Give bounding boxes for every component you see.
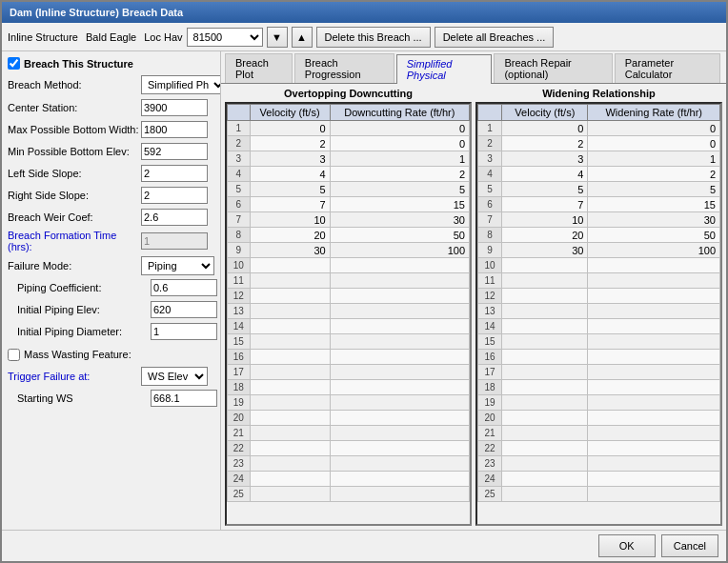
rate-cell[interactable]: 100 — [330, 243, 469, 258]
overtopping-table-wrapper[interactable]: Velocity (ft/s) Downcutting Rate (ft/hr)… — [225, 102, 472, 526]
table-row[interactable]: 82050 — [228, 228, 470, 243]
widening-rate-cell[interactable] — [588, 395, 720, 411]
widening-rate-cell[interactable] — [588, 365, 720, 380]
table-row[interactable]: 13 — [478, 304, 720, 319]
center-station-input[interactable] — [141, 99, 208, 116]
rate-cell[interactable] — [330, 273, 469, 289]
velocity-cell[interactable] — [250, 304, 330, 319]
velocity-cell[interactable] — [250, 426, 330, 441]
table-row[interactable]: 14 — [478, 319, 720, 334]
velocity-cell[interactable]: 30 — [250, 243, 330, 258]
velocity-cell[interactable] — [502, 273, 588, 289]
widening-rate-cell[interactable] — [588, 334, 720, 350]
velocity-cell[interactable] — [250, 289, 330, 304]
breach-checkbox[interactable] — [8, 57, 20, 70]
velocity-cell[interactable] — [250, 456, 330, 472]
velocity-cell[interactable]: 0 — [502, 121, 588, 136]
table-row[interactable]: 220 — [228, 136, 470, 151]
table-row[interactable]: 71030 — [478, 212, 720, 228]
table-row[interactable]: 6715 — [228, 197, 470, 212]
table-row[interactable]: 16 — [478, 350, 720, 365]
table-row[interactable]: 82050 — [478, 228, 720, 243]
velocity-cell[interactable] — [250, 472, 330, 487]
rate-cell[interactable]: 30 — [330, 212, 469, 228]
velocity-cell[interactable]: 10 — [250, 212, 330, 228]
rate-cell[interactable]: 50 — [330, 228, 469, 243]
velocity-cell[interactable]: 3 — [502, 151, 588, 167]
table-row[interactable]: 442 — [478, 167, 720, 182]
rate-cell[interactable] — [330, 395, 469, 411]
rate-cell[interactable] — [330, 258, 469, 273]
velocity-cell[interactable] — [250, 258, 330, 273]
weir-coef-input[interactable] — [141, 209, 208, 226]
widening-rate-cell[interactable]: 100 — [588, 243, 720, 258]
piping-coeff-input[interactable] — [151, 279, 217, 296]
table-row[interactable]: 12 — [228, 289, 470, 304]
mass-wasting-checkbox[interactable] — [8, 349, 20, 361]
velocity-cell[interactable] — [250, 395, 330, 411]
rate-cell[interactable] — [330, 456, 469, 472]
ok-button[interactable]: OK — [598, 534, 656, 557]
table-row[interactable]: 20 — [228, 411, 470, 426]
rate-cell[interactable] — [330, 441, 469, 456]
rate-cell[interactable]: 2 — [330, 167, 469, 182]
max-bottom-width-input[interactable] — [141, 121, 208, 138]
table-row[interactable]: 24 — [478, 472, 720, 487]
tab-breach-plot[interactable]: Breach Plot — [225, 53, 293, 83]
velocity-cell[interactable] — [502, 380, 588, 395]
velocity-cell[interactable] — [502, 441, 588, 456]
table-row[interactable]: 25 — [478, 487, 720, 502]
widening-rate-cell[interactable] — [588, 456, 720, 472]
right-side-slope-input[interactable] — [141, 187, 208, 204]
table-row[interactable]: 21 — [228, 426, 470, 441]
widening-rate-cell[interactable] — [588, 426, 720, 441]
table-row[interactable]: 442 — [228, 167, 470, 182]
velocity-cell[interactable]: 7 — [502, 197, 588, 212]
widening-rate-cell[interactable]: 15 — [588, 197, 720, 212]
velocity-cell[interactable] — [502, 258, 588, 273]
widening-rate-cell[interactable] — [588, 289, 720, 304]
velocity-cell[interactable]: 2 — [250, 136, 330, 151]
velocity-cell[interactable]: 5 — [250, 182, 330, 197]
table-row[interactable]: 17 — [228, 365, 470, 380]
rate-cell[interactable]: 1 — [330, 151, 469, 167]
table-row[interactable]: 15 — [228, 334, 470, 350]
table-row[interactable]: 22 — [478, 441, 720, 456]
table-row[interactable]: 23 — [228, 456, 470, 472]
down-arrow-button[interactable]: ▼ — [267, 27, 288, 48]
failure-mode-select[interactable]: Piping — [141, 256, 214, 275]
velocity-cell[interactable] — [502, 395, 588, 411]
table-row[interactable]: 16 — [228, 350, 470, 365]
rate-cell[interactable] — [330, 365, 469, 380]
velocity-cell[interactable] — [250, 365, 330, 380]
rate-cell[interactable]: 0 — [330, 136, 469, 151]
table-row[interactable]: 15 — [478, 334, 720, 350]
widening-rate-cell[interactable] — [588, 487, 720, 502]
velocity-cell[interactable] — [250, 334, 330, 350]
velocity-cell[interactable] — [502, 304, 588, 319]
widening-rate-cell[interactable]: 0 — [588, 136, 720, 151]
table-row[interactable]: 71030 — [228, 212, 470, 228]
velocity-cell[interactable] — [502, 456, 588, 472]
breach-method-select[interactable]: Simplified Physical — [141, 75, 221, 94]
table-row[interactable]: 220 — [478, 136, 720, 151]
widening-rate-cell[interactable] — [588, 273, 720, 289]
widening-rate-cell[interactable]: 30 — [588, 212, 720, 228]
velocity-cell[interactable] — [502, 472, 588, 487]
widening-rate-cell[interactable] — [588, 319, 720, 334]
widening-rate-cell[interactable] — [588, 411, 720, 426]
table-row[interactable]: 18 — [478, 380, 720, 395]
table-row[interactable]: 100 — [228, 121, 470, 136]
table-row[interactable]: 331 — [478, 151, 720, 167]
widening-rate-cell[interactable] — [588, 380, 720, 395]
table-row[interactable]: 555 — [478, 182, 720, 197]
velocity-cell[interactable]: 4 — [250, 167, 330, 182]
rate-cell[interactable]: 0 — [330, 121, 469, 136]
rate-cell[interactable]: 5 — [330, 182, 469, 197]
velocity-cell[interactable] — [502, 411, 588, 426]
up-arrow-button[interactable]: ▲ — [292, 27, 313, 48]
widening-table-wrapper[interactable]: Velocity (ft/s) Widening Rate (ft/hr) 10… — [475, 102, 722, 526]
velocity-cell[interactable] — [250, 441, 330, 456]
table-row[interactable]: 18 — [228, 380, 470, 395]
table-row[interactable]: 21 — [478, 426, 720, 441]
